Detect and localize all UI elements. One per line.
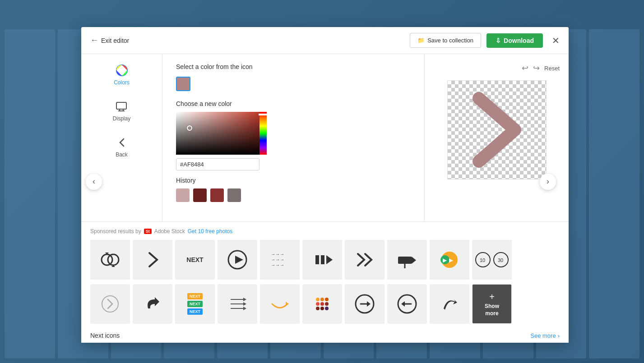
save-collection-label: Save to collection bbox=[427, 37, 473, 44]
svg-rect-13 bbox=[321, 255, 324, 264]
left-panel: Colors Display bbox=[81, 54, 162, 221]
icon-thumb-9[interactable]: ▶ ▶ bbox=[430, 240, 469, 280]
hex-input[interactable] bbox=[176, 158, 259, 170]
icon-thumb-8[interactable] bbox=[387, 240, 427, 280]
exit-editor-button[interactable]: ← Exit editor bbox=[90, 36, 129, 45]
preview-canvas bbox=[447, 80, 547, 179]
icon-thumb-10[interactable]: 10 30 bbox=[472, 240, 512, 280]
icon-thumb-r2-8[interactable] bbox=[387, 284, 427, 324]
icon-thumb-r2-3[interactable]: NEXT NEXT NEXT bbox=[175, 284, 215, 324]
svg-point-36 bbox=[325, 298, 329, 301]
collection-icon: 📁 bbox=[417, 37, 425, 44]
svg-point-40 bbox=[316, 307, 320, 310]
icon-thumb-r2-1[interactable] bbox=[90, 284, 130, 324]
back-panel-item[interactable]: Back bbox=[115, 135, 129, 158]
svg-text:30: 30 bbox=[498, 257, 503, 263]
icon-thumb-5[interactable]: →→→ →→→ →→→ bbox=[260, 240, 300, 280]
editor-modal: ← Exit editor 📁 Save to collection ⇩ Dow… bbox=[81, 27, 569, 343]
next-nav-arrow[interactable]: › bbox=[540, 174, 556, 190]
free-photos-link[interactable]: Get 10 free photos bbox=[188, 228, 232, 234]
svg-point-6 bbox=[108, 254, 119, 265]
see-more-arrow-icon: › bbox=[558, 332, 560, 339]
exit-editor-label: Exit editor bbox=[101, 37, 129, 44]
editor-area: Select a color from the icon Choose a ne… bbox=[162, 54, 424, 221]
svg-rect-1 bbox=[116, 102, 126, 109]
undo-button[interactable]: ↩ bbox=[522, 63, 528, 73]
sponsored-text: Sponsored results by bbox=[90, 228, 141, 234]
icon-thumb-r2-6[interactable] bbox=[302, 284, 342, 324]
history-swatch-4[interactable] bbox=[227, 188, 241, 202]
color-swatches bbox=[176, 77, 411, 91]
download-button[interactable]: ⇩ Download bbox=[486, 33, 543, 48]
next-icons-label: Next icons bbox=[90, 332, 120, 339]
icon-thumb-r2-7[interactable] bbox=[345, 284, 385, 324]
colors-panel-item[interactable]: Colors bbox=[114, 63, 130, 86]
adobe-logo: St bbox=[144, 229, 152, 234]
gradient-cursor bbox=[187, 125, 192, 131]
icon-thumb-4[interactable] bbox=[218, 240, 257, 280]
colors-icon bbox=[115, 63, 129, 78]
svg-rect-12 bbox=[315, 255, 319, 264]
icon-thumb-r2-5[interactable] bbox=[260, 284, 300, 324]
select-color-title: Select a color from the icon bbox=[176, 63, 411, 70]
see-more-label: See more bbox=[530, 332, 556, 339]
active-color-swatch[interactable] bbox=[176, 77, 190, 91]
svg-point-37 bbox=[316, 302, 320, 306]
svg-marker-16 bbox=[412, 257, 416, 264]
icons-row-2: NEXT NEXT NEXT bbox=[90, 284, 560, 324]
svg-point-5 bbox=[102, 254, 112, 265]
svg-marker-8 bbox=[235, 256, 243, 264]
svg-point-26 bbox=[102, 296, 118, 312]
see-more-link[interactable]: See more › bbox=[530, 332, 560, 339]
modal-header: ← Exit editor 📁 Save to collection ⇩ Dow… bbox=[81, 27, 569, 54]
more-label: more bbox=[485, 310, 498, 317]
history-swatch-1[interactable] bbox=[176, 188, 190, 202]
svg-text:→→→: →→→ bbox=[271, 262, 284, 267]
redo-button[interactable]: ↪ bbox=[533, 63, 540, 73]
svg-text:→→→: →→→ bbox=[271, 257, 284, 262]
svg-marker-46 bbox=[401, 301, 405, 307]
preview-controls: ↩ ↪ Reset bbox=[522, 63, 560, 73]
back-arrow-icon: ← bbox=[90, 36, 98, 45]
history-title: History bbox=[176, 177, 411, 184]
svg-marker-44 bbox=[367, 301, 371, 307]
icon-thumb-7[interactable] bbox=[345, 240, 385, 280]
plus-icon: + bbox=[489, 292, 495, 302]
icon-thumb-r2-2[interactable] bbox=[133, 284, 172, 324]
display-panel-item[interactable]: Display bbox=[113, 99, 130, 122]
prev-nav-arrow[interactable]: ‹ bbox=[86, 174, 102, 190]
header-left: ← Exit editor bbox=[90, 36, 129, 45]
icon-thumb-r2-4[interactable] bbox=[218, 284, 257, 324]
svg-point-39 bbox=[325, 302, 329, 306]
preview-icon bbox=[461, 89, 533, 170]
sponsored-bar: Sponsored results by St Adobe Stock Get … bbox=[90, 228, 560, 234]
save-collection-button[interactable]: 📁 Save to collection bbox=[410, 33, 481, 48]
icon-thumb-r2-9[interactable] bbox=[430, 284, 469, 324]
hue-bar[interactable] bbox=[259, 112, 267, 155]
svg-marker-30 bbox=[243, 302, 246, 306]
color-picker bbox=[176, 112, 411, 170]
modal-body: Colors Display bbox=[81, 54, 569, 221]
svg-text:▶: ▶ bbox=[449, 257, 454, 263]
color-gradient-area[interactable] bbox=[176, 112, 259, 155]
adobe-name: Adobe Stock bbox=[154, 228, 185, 234]
svg-text:10: 10 bbox=[480, 257, 485, 263]
icon-thumb-6[interactable] bbox=[302, 240, 342, 280]
close-button[interactable]: ✕ bbox=[552, 35, 560, 46]
icon-thumb-3[interactable]: NEXT bbox=[175, 240, 215, 280]
show-more-button[interactable]: + Show more bbox=[472, 284, 512, 324]
back-icon bbox=[115, 135, 129, 150]
icon-thumb-1[interactable] bbox=[90, 240, 130, 280]
next-icons-bar: Next icons See more › bbox=[90, 328, 560, 343]
svg-point-35 bbox=[320, 298, 324, 301]
svg-marker-28 bbox=[243, 298, 246, 301]
reset-button[interactable]: Reset bbox=[544, 65, 560, 72]
history-swatch-2[interactable] bbox=[193, 188, 207, 202]
choose-color-title: Choose a new color bbox=[176, 100, 411, 107]
header-right: 📁 Save to collection ⇩ Download ✕ bbox=[410, 33, 560, 48]
icon-thumb-2[interactable] bbox=[133, 240, 172, 280]
svg-text:▶: ▶ bbox=[443, 257, 447, 263]
svg-text:→→→: →→→ bbox=[271, 252, 284, 257]
history-swatch-3[interactable] bbox=[210, 188, 224, 202]
svg-rect-15 bbox=[398, 257, 412, 264]
